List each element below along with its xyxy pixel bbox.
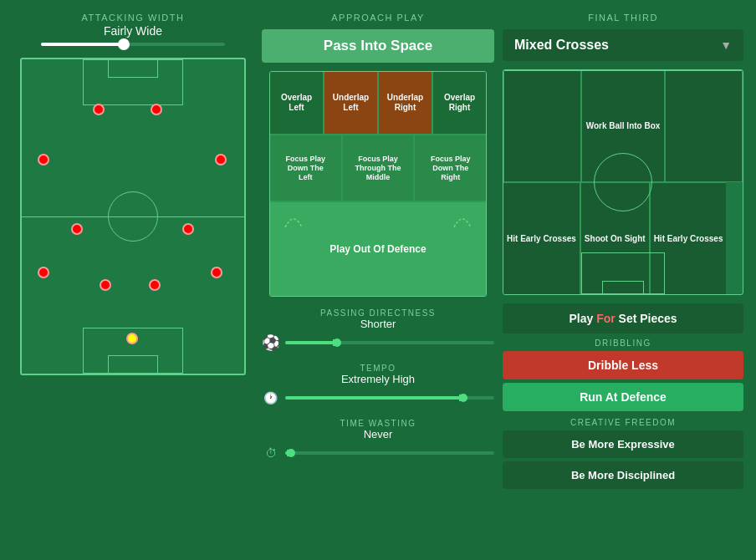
attacking-width-label: ATTACKING WIDTH (82, 13, 185, 23)
overlap-left-cell[interactable]: OverlapLeft (270, 72, 324, 135)
player-dot (93, 104, 105, 115)
time-wasting-value: Never (262, 428, 494, 440)
work-ball-into-box-cell[interactable]: Work Ball Into Box (581, 70, 666, 182)
play-for-set-pieces-button[interactable]: Play For Set Pieces (503, 303, 743, 333)
final-third-label: FINAL THIRD (503, 13, 743, 23)
player-dot (38, 154, 49, 165)
time-wasting-label: TIME WASTING (262, 419, 494, 428)
creative-freedom-label: CREATIVE FREEDOM (503, 418, 743, 427)
tempo-value: Extremely High (262, 373, 494, 385)
approach-play-label: APPROACH PLAY (331, 13, 425, 23)
player-dot (211, 267, 222, 278)
time-wasting-slider[interactable] (285, 451, 494, 455)
dribble-less-button[interactable]: Dribble Less (503, 351, 743, 379)
tempo-slider[interactable] (285, 396, 494, 400)
dropdown-arrow-icon: ▼ (720, 38, 732, 52)
player-dot (149, 279, 161, 291)
mixed-crosses-dropdown[interactable]: Mixed Crosses ▼ (503, 29, 743, 61)
be-more-expressive-button[interactable]: Be More Expressive (503, 430, 743, 458)
player-dot (151, 104, 162, 115)
tactic-pitch: OverlapLeft UnderlapLeft UnderlapRight O… (269, 71, 487, 297)
shoot-on-sight-cell[interactable]: Shoot On Sight (580, 182, 650, 294)
center-circle (108, 191, 158, 242)
player-dot (38, 267, 49, 278)
set-pieces-highlight: For (596, 312, 616, 325)
goal-area-top (108, 59, 158, 78)
hit-early-crosses-right-cell[interactable]: Hit Early Crosses (650, 182, 727, 294)
passing-directness-slider[interactable] (285, 341, 494, 344)
hit-early-crosses-left-cell[interactable]: Hit Early Crosses (503, 182, 580, 294)
focus-play-left-cell[interactable]: Focus PlayDown TheLeft (270, 135, 342, 201)
attacking-width-value: Fairly Wide (104, 24, 162, 38)
goal-area-bottom (108, 355, 158, 374)
final-third-pitch: Work Ball Into Box Hit Early Crosses Sho… (503, 69, 743, 295)
tempo-label: TEMPO (262, 364, 494, 373)
underlap-left-cell[interactable]: UnderlapLeft (324, 72, 378, 135)
formation-pitch (20, 58, 246, 375)
mixed-crosses-label: Mixed Crosses (514, 38, 609, 53)
passing-icon: ⚽ (262, 333, 280, 352)
focus-play-middle-cell[interactable]: Focus PlayThrough TheMiddle (342, 135, 415, 201)
passing-directness-section: PASSING DIRECTNESS Shorter ⚽ (262, 308, 494, 352)
player-dot (182, 223, 194, 235)
passing-directness-value: Shorter (262, 318, 494, 330)
underlap-right-cell[interactable]: UnderlapRight (378, 72, 432, 135)
be-more-disciplined-button[interactable]: Be More Disciplined (503, 461, 743, 489)
player-dot (215, 154, 227, 165)
overlap-right-cell[interactable]: OverlapRight (432, 72, 486, 135)
middle-panel: APPROACH PLAY Pass Into Space OverlapLef… (262, 13, 494, 547)
goalkeeper-dot (126, 333, 138, 344)
player-dot (100, 279, 111, 291)
run-at-defence-button[interactable]: Run At Defence (503, 383, 743, 411)
passing-directness-label: PASSING DIRECTNESS (262, 308, 494, 318)
right-panel: FINAL THIRD Mixed Crosses ▼ Work Ball In… (503, 13, 743, 547)
time-wasting-section: TIME WASTING Never ⏱ (262, 419, 494, 462)
dribbling-label: DRIBBLING (503, 339, 743, 348)
time-wasting-icon: ⏱ (262, 444, 280, 462)
tempo-icon: 🕐 (262, 389, 280, 407)
tempo-section: TEMPO Extremely High 🕐 (262, 364, 494, 407)
attacking-width-slider[interactable] (41, 43, 225, 46)
player-dot (71, 223, 83, 235)
focus-play-right-cell[interactable]: Focus PlayDown TheRight (414, 135, 486, 201)
left-panel: ATTACKING WIDTH Fairly Wide (13, 13, 253, 547)
pass-into-space-button[interactable]: Pass Into Space (262, 29, 494, 63)
